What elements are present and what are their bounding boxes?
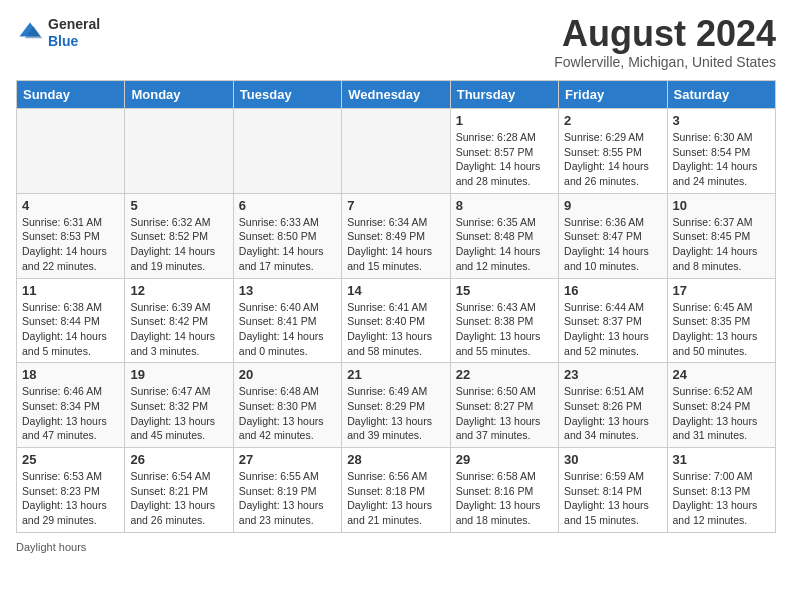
day-number: 30 <box>564 452 661 467</box>
day-detail: Sunrise: 6:34 AM Sunset: 8:49 PM Dayligh… <box>347 215 444 274</box>
cell-w3-d7: 17Sunrise: 6:45 AM Sunset: 8:35 PM Dayli… <box>667 278 775 363</box>
cell-w3-d1: 11Sunrise: 6:38 AM Sunset: 8:44 PM Dayli… <box>17 278 125 363</box>
day-number: 25 <box>22 452 119 467</box>
day-detail: Sunrise: 6:37 AM Sunset: 8:45 PM Dayligh… <box>673 215 770 274</box>
day-number: 24 <box>673 367 770 382</box>
day-detail: Sunrise: 6:44 AM Sunset: 8:37 PM Dayligh… <box>564 300 661 359</box>
title-block: August 2024 Fowlerville, Michigan, Unite… <box>554 16 776 70</box>
day-detail: Sunrise: 6:35 AM Sunset: 8:48 PM Dayligh… <box>456 215 553 274</box>
col-sunday: Sunday <box>17 81 125 109</box>
day-number: 27 <box>239 452 336 467</box>
day-number: 28 <box>347 452 444 467</box>
day-detail: Sunrise: 6:29 AM Sunset: 8:55 PM Dayligh… <box>564 130 661 189</box>
day-number: 7 <box>347 198 444 213</box>
cell-w3-d3: 13Sunrise: 6:40 AM Sunset: 8:41 PM Dayli… <box>233 278 341 363</box>
cell-w4-d7: 24Sunrise: 6:52 AM Sunset: 8:24 PM Dayli… <box>667 363 775 448</box>
cell-w2-d4: 7Sunrise: 6:34 AM Sunset: 8:49 PM Daylig… <box>342 193 450 278</box>
day-number: 6 <box>239 198 336 213</box>
cell-w2-d5: 8Sunrise: 6:35 AM Sunset: 8:48 PM Daylig… <box>450 193 558 278</box>
day-detail: Sunrise: 6:33 AM Sunset: 8:50 PM Dayligh… <box>239 215 336 274</box>
day-number: 12 <box>130 283 227 298</box>
day-detail: Sunrise: 6:40 AM Sunset: 8:41 PM Dayligh… <box>239 300 336 359</box>
day-number: 8 <box>456 198 553 213</box>
week-row-2: 4Sunrise: 6:31 AM Sunset: 8:53 PM Daylig… <box>17 193 776 278</box>
cell-w3-d6: 16Sunrise: 6:44 AM Sunset: 8:37 PM Dayli… <box>559 278 667 363</box>
day-detail: Sunrise: 6:36 AM Sunset: 8:47 PM Dayligh… <box>564 215 661 274</box>
week-row-5: 25Sunrise: 6:53 AM Sunset: 8:23 PM Dayli… <box>17 448 776 533</box>
cell-w1-d5: 1Sunrise: 6:28 AM Sunset: 8:57 PM Daylig… <box>450 109 558 194</box>
header-row: Sunday Monday Tuesday Wednesday Thursday… <box>17 81 776 109</box>
cell-w1-d6: 2Sunrise: 6:29 AM Sunset: 8:55 PM Daylig… <box>559 109 667 194</box>
cell-w2-d1: 4Sunrise: 6:31 AM Sunset: 8:53 PM Daylig… <box>17 193 125 278</box>
cell-w3-d4: 14Sunrise: 6:41 AM Sunset: 8:40 PM Dayli… <box>342 278 450 363</box>
col-monday: Monday <box>125 81 233 109</box>
cell-w4-d6: 23Sunrise: 6:51 AM Sunset: 8:26 PM Dayli… <box>559 363 667 448</box>
day-detail: Sunrise: 6:56 AM Sunset: 8:18 PM Dayligh… <box>347 469 444 528</box>
cell-w4-d4: 21Sunrise: 6:49 AM Sunset: 8:29 PM Dayli… <box>342 363 450 448</box>
month-year-title: August 2024 <box>554 16 776 52</box>
week-row-1: 1Sunrise: 6:28 AM Sunset: 8:57 PM Daylig… <box>17 109 776 194</box>
day-detail: Sunrise: 6:49 AM Sunset: 8:29 PM Dayligh… <box>347 384 444 443</box>
day-number: 3 <box>673 113 770 128</box>
cell-w5-d1: 25Sunrise: 6:53 AM Sunset: 8:23 PM Dayli… <box>17 448 125 533</box>
day-number: 5 <box>130 198 227 213</box>
week-row-3: 11Sunrise: 6:38 AM Sunset: 8:44 PM Dayli… <box>17 278 776 363</box>
day-number: 13 <box>239 283 336 298</box>
day-number: 9 <box>564 198 661 213</box>
col-saturday: Saturday <box>667 81 775 109</box>
footer-note: Daylight hours <box>16 541 776 553</box>
day-number: 29 <box>456 452 553 467</box>
col-friday: Friday <box>559 81 667 109</box>
day-number: 14 <box>347 283 444 298</box>
cell-w2-d2: 5Sunrise: 6:32 AM Sunset: 8:52 PM Daylig… <box>125 193 233 278</box>
day-detail: Sunrise: 6:47 AM Sunset: 8:32 PM Dayligh… <box>130 384 227 443</box>
col-tuesday: Tuesday <box>233 81 341 109</box>
day-number: 26 <box>130 452 227 467</box>
cell-w1-d3 <box>233 109 341 194</box>
day-detail: Sunrise: 6:51 AM Sunset: 8:26 PM Dayligh… <box>564 384 661 443</box>
day-number: 20 <box>239 367 336 382</box>
week-row-4: 18Sunrise: 6:46 AM Sunset: 8:34 PM Dayli… <box>17 363 776 448</box>
day-number: 23 <box>564 367 661 382</box>
day-detail: Sunrise: 6:45 AM Sunset: 8:35 PM Dayligh… <box>673 300 770 359</box>
cell-w5-d5: 29Sunrise: 6:58 AM Sunset: 8:16 PM Dayli… <box>450 448 558 533</box>
cell-w2-d3: 6Sunrise: 6:33 AM Sunset: 8:50 PM Daylig… <box>233 193 341 278</box>
day-detail: Sunrise: 6:48 AM Sunset: 8:30 PM Dayligh… <box>239 384 336 443</box>
location-subtitle: Fowlerville, Michigan, United States <box>554 54 776 70</box>
cell-w3-d5: 15Sunrise: 6:43 AM Sunset: 8:38 PM Dayli… <box>450 278 558 363</box>
day-detail: Sunrise: 6:53 AM Sunset: 8:23 PM Dayligh… <box>22 469 119 528</box>
logo: General Blue <box>16 16 100 50</box>
day-detail: Sunrise: 6:30 AM Sunset: 8:54 PM Dayligh… <box>673 130 770 189</box>
daylight-label: Daylight hours <box>16 541 86 553</box>
day-detail: Sunrise: 6:32 AM Sunset: 8:52 PM Dayligh… <box>130 215 227 274</box>
cell-w1-d4 <box>342 109 450 194</box>
day-detail: Sunrise: 6:39 AM Sunset: 8:42 PM Dayligh… <box>130 300 227 359</box>
cell-w4-d3: 20Sunrise: 6:48 AM Sunset: 8:30 PM Dayli… <box>233 363 341 448</box>
cell-w5-d3: 27Sunrise: 6:55 AM Sunset: 8:19 PM Dayli… <box>233 448 341 533</box>
col-wednesday: Wednesday <box>342 81 450 109</box>
day-number: 31 <box>673 452 770 467</box>
logo-text: General Blue <box>48 16 100 50</box>
day-detail: Sunrise: 6:43 AM Sunset: 8:38 PM Dayligh… <box>456 300 553 359</box>
cell-w4-d2: 19Sunrise: 6:47 AM Sunset: 8:32 PM Dayli… <box>125 363 233 448</box>
day-detail: Sunrise: 6:54 AM Sunset: 8:21 PM Dayligh… <box>130 469 227 528</box>
cell-w1-d2 <box>125 109 233 194</box>
day-number: 16 <box>564 283 661 298</box>
day-number: 19 <box>130 367 227 382</box>
cell-w4-d1: 18Sunrise: 6:46 AM Sunset: 8:34 PM Dayli… <box>17 363 125 448</box>
day-detail: Sunrise: 6:41 AM Sunset: 8:40 PM Dayligh… <box>347 300 444 359</box>
day-number: 1 <box>456 113 553 128</box>
cell-w5-d6: 30Sunrise: 6:59 AM Sunset: 8:14 PM Dayli… <box>559 448 667 533</box>
cell-w3-d2: 12Sunrise: 6:39 AM Sunset: 8:42 PM Dayli… <box>125 278 233 363</box>
day-number: 15 <box>456 283 553 298</box>
day-detail: Sunrise: 6:38 AM Sunset: 8:44 PM Dayligh… <box>22 300 119 359</box>
day-detail: Sunrise: 6:55 AM Sunset: 8:19 PM Dayligh… <box>239 469 336 528</box>
day-number: 4 <box>22 198 119 213</box>
cell-w5-d7: 31Sunrise: 7:00 AM Sunset: 8:13 PM Dayli… <box>667 448 775 533</box>
day-number: 21 <box>347 367 444 382</box>
day-detail: Sunrise: 6:31 AM Sunset: 8:53 PM Dayligh… <box>22 215 119 274</box>
day-number: 18 <box>22 367 119 382</box>
day-detail: Sunrise: 6:28 AM Sunset: 8:57 PM Dayligh… <box>456 130 553 189</box>
cell-w2-d6: 9Sunrise: 6:36 AM Sunset: 8:47 PM Daylig… <box>559 193 667 278</box>
cell-w5-d2: 26Sunrise: 6:54 AM Sunset: 8:21 PM Dayli… <box>125 448 233 533</box>
